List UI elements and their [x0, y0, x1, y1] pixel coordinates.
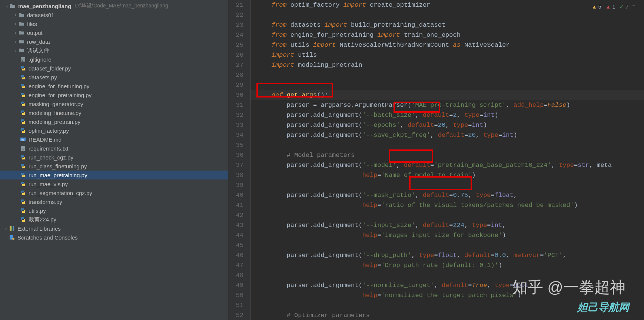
- code-line[interactable]: [250, 210, 644, 220]
- chevron-right-icon[interactable]: [13, 12, 19, 17]
- code-line[interactable]: help='Name of model to train'): [250, 170, 644, 180]
- tree-file[interactable]: run_segmentation_cgz.py: [0, 188, 228, 197]
- line-number[interactable]: 22: [228, 10, 243, 20]
- code-line[interactable]: [250, 300, 644, 310]
- line-number[interactable]: 35: [228, 140, 243, 150]
- tree-file[interactable]: utils.py: [0, 206, 228, 215]
- tree-folder[interactable]: row_data: [0, 37, 228, 46]
- code-line[interactable]: [250, 240, 644, 250]
- tree-file[interactable]: M↓README.md: [0, 135, 228, 144]
- code-line[interactable]: parser.add_argument('--normlize_target',…: [250, 280, 644, 290]
- tree-file[interactable]: dataset_folder.py: [0, 64, 228, 73]
- code-line[interactable]: help='images input size for backbone'): [250, 230, 644, 240]
- line-number[interactable]: 39: [228, 180, 243, 190]
- line-number[interactable]: 30: [228, 90, 243, 100]
- chevron-down-icon[interactable]: [4, 3, 10, 9]
- code-line[interactable]: help='normalized the target patch pixels…: [250, 290, 644, 300]
- code-body[interactable]: from optim_factory import create_optimiz…: [250, 0, 644, 320]
- warning-count[interactable]: ▲5: [592, 4, 601, 10]
- code-line[interactable]: # Optimizer parameters: [250, 310, 644, 320]
- line-number[interactable]: 43: [228, 220, 243, 230]
- line-number[interactable]: 46: [228, 250, 243, 260]
- project-tree[interactable]: mae_penzhangliang D:\毕设\Code_MAE\mae_pen…: [0, 1, 228, 242]
- line-number[interactable]: 36: [228, 150, 243, 160]
- code-line[interactable]: parser.add_argument('--batch_size', defa…: [250, 110, 644, 120]
- line-number[interactable]: 33: [228, 120, 243, 130]
- line-number[interactable]: 40: [228, 190, 243, 200]
- line-number[interactable]: 26: [228, 50, 243, 60]
- tree-file[interactable]: modeling_pretrain.py: [0, 117, 228, 126]
- line-number[interactable]: 49: [228, 280, 243, 290]
- line-number[interactable]: 47: [228, 260, 243, 270]
- code-line[interactable]: parser.add_argument('--model', default='…: [250, 160, 644, 170]
- code-line[interactable]: parser.add_argument('--mask_ratio', defa…: [250, 190, 644, 200]
- tree-file[interactable]: run_check_cgz.py: [0, 153, 228, 162]
- line-number[interactable]: 41: [228, 200, 243, 210]
- code-line[interactable]: from datasets import build_pretraining_d…: [250, 20, 644, 30]
- line-number[interactable]: 31: [228, 100, 243, 110]
- line-number[interactable]: 45: [228, 240, 243, 250]
- code-line[interactable]: [250, 70, 644, 80]
- line-number[interactable]: 27: [228, 60, 243, 70]
- inspection-status[interactable]: ▲5 ▲1 ✓7⌃: [592, 4, 636, 10]
- tree-file[interactable]: engine_for_finetuning.py: [0, 82, 228, 90]
- chevron-right-icon[interactable]: [13, 39, 19, 44]
- chevron-right-icon[interactable]: [13, 21, 19, 26]
- ok-count[interactable]: ✓7⌃: [620, 4, 636, 10]
- code-line[interactable]: [250, 140, 644, 150]
- tree-file[interactable]: optim_factory.py: [0, 126, 228, 135]
- line-number[interactable]: 42: [228, 210, 243, 220]
- error-count[interactable]: ▲1: [606, 4, 615, 10]
- tree-file[interactable]: transforms.py: [0, 197, 228, 206]
- line-number[interactable]: 44: [228, 230, 243, 240]
- code-line[interactable]: # Model parameters: [250, 150, 644, 160]
- line-number[interactable]: 52: [228, 310, 243, 320]
- code-line[interactable]: import utils: [250, 50, 644, 60]
- code-line[interactable]: parser.add_argument('--input_size', defa…: [250, 220, 644, 230]
- code-line[interactable]: help='ratio of the visual tokens/patches…: [250, 200, 644, 210]
- tree-folder[interactable]: files: [0, 19, 228, 28]
- line-number[interactable]: 21: [228, 0, 243, 10]
- external-libraries[interactable]: External Libraries: [0, 224, 228, 233]
- line-number[interactable]: 23: [228, 20, 243, 30]
- line-gutter[interactable]: 2122232425262728293031323334353637383940…: [228, 0, 250, 320]
- code-editor[interactable]: ▲5 ▲1 ✓7⌃ 212223242526272829303132333435…: [228, 0, 644, 320]
- chevron-right-icon[interactable]: [3, 226, 9, 231]
- tree-file[interactable]: 裁剪224.py: [0, 215, 228, 224]
- tree-folder[interactable]: output: [0, 28, 228, 37]
- line-number[interactable]: 48: [228, 270, 243, 280]
- line-number[interactable]: 24: [228, 30, 243, 40]
- tree-file[interactable]: run_mae_vis.py: [0, 179, 228, 188]
- line-number[interactable]: 38: [228, 170, 243, 180]
- tree-file[interactable]: run_mae_pretraining.py: [0, 171, 228, 179]
- code-line[interactable]: parser.add_argument('--drop_path', type=…: [250, 250, 644, 260]
- tree-file[interactable]: datasets.py: [0, 73, 228, 82]
- code-line[interactable]: [250, 270, 644, 280]
- line-number[interactable]: 28: [228, 70, 243, 80]
- code-line[interactable]: from utils import NativeScalerWithGradNo…: [250, 40, 644, 50]
- code-line[interactable]: parser.add_argument('--epochs', default=…: [250, 120, 644, 130]
- tree-file[interactable]: g.gitignore: [0, 55, 228, 64]
- code-line[interactable]: from engine_for_pretraining import train…: [250, 30, 644, 40]
- code-line[interactable]: [250, 80, 644, 90]
- code-line[interactable]: from optim_factory import create_optimiz…: [250, 0, 644, 10]
- code-line[interactable]: [250, 180, 644, 190]
- line-number[interactable]: 37: [228, 160, 243, 170]
- tree-folder[interactable]: datasets01: [0, 10, 228, 19]
- code-line[interactable]: parser = argparse.ArgumentParser('MAE pr…: [250, 100, 644, 110]
- line-number[interactable]: 34: [228, 130, 243, 140]
- scratches-consoles[interactable]: Scratches and Consoles: [0, 233, 228, 242]
- line-number[interactable]: 50: [228, 290, 243, 300]
- line-number[interactable]: 29: [228, 80, 243, 90]
- tree-file[interactable]: masking_generator.py: [0, 99, 228, 108]
- tree-file[interactable]: run_class_finetuning.py: [0, 162, 228, 171]
- tree-file[interactable]: engine_for_pretraining.py: [0, 90, 228, 99]
- chevron-right-icon[interactable]: [13, 30, 19, 35]
- project-root[interactable]: mae_penzhangliang D:\毕设\Code_MAE\mae_pen…: [0, 1, 228, 10]
- code-line[interactable]: import modeling_pretrain: [250, 60, 644, 70]
- code-line[interactable]: help='Drop path rate (default: 0.1)'): [250, 260, 644, 270]
- code-line[interactable]: def get_args():: [250, 90, 644, 100]
- code-line[interactable]: parser.add_argument('--save_ckpt_freq', …: [250, 130, 644, 140]
- line-number[interactable]: 32: [228, 110, 243, 120]
- line-number[interactable]: 51: [228, 300, 243, 310]
